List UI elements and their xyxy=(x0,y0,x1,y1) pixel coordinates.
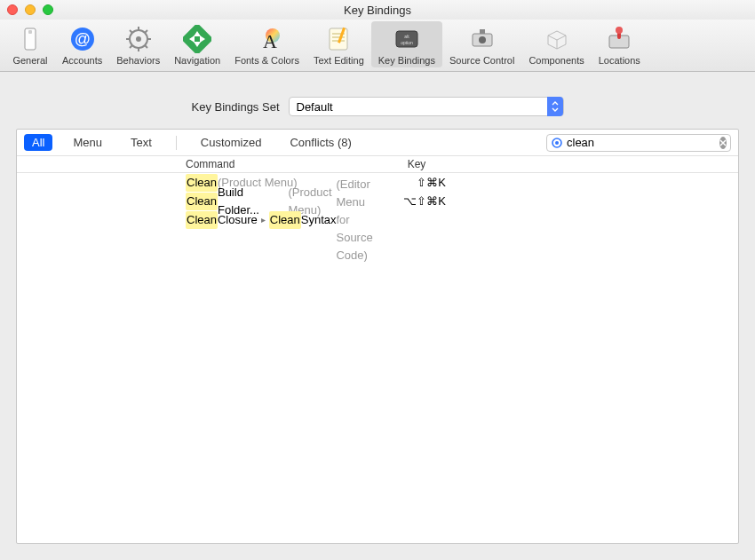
titlebar: Key Bindings xyxy=(0,0,755,20)
tab-label: Navigation xyxy=(174,55,220,66)
highlight-text: Clean xyxy=(186,211,218,229)
content-area: Key Bindings Set Default All Menu Text C… xyxy=(0,72,755,560)
table-row[interactable]: Clean Closure▸Clean Syntax (Editor Menu … xyxy=(17,210,738,229)
behaviors-icon xyxy=(124,25,153,53)
tab-key-bindings[interactable]: altoptionKey Bindings xyxy=(371,21,442,67)
general-icon xyxy=(16,25,44,53)
traffic-lights xyxy=(7,4,53,15)
svg-line-10 xyxy=(130,30,132,33)
svg-point-5 xyxy=(136,36,141,42)
tab-label: Text Editing xyxy=(314,55,364,66)
close-button[interactable] xyxy=(7,4,18,15)
minimize-button[interactable] xyxy=(25,4,36,15)
svg-text:alt: alt xyxy=(404,34,409,39)
svg-text:@: @ xyxy=(74,30,90,48)
preferences-toolbar: General@AccountsBehaviorsNavigationAFont… xyxy=(0,20,755,72)
tab-text-editing[interactable]: Text Editing xyxy=(306,21,371,67)
filter-bar: All Menu Text Customized Conflicts (8) xyxy=(17,130,738,156)
highlight-text: Clean xyxy=(269,211,301,229)
svg-line-13 xyxy=(145,30,147,33)
column-command[interactable]: Command xyxy=(17,158,368,170)
tab-behaviors[interactable]: Behaviors xyxy=(109,21,167,67)
svg-line-12 xyxy=(130,45,132,48)
components-icon xyxy=(543,25,571,53)
window-title: Key Bindings xyxy=(0,4,755,17)
tab-label: Source Control xyxy=(449,55,514,66)
key-bindings-set-select[interactable]: Default xyxy=(289,97,564,116)
filter-divider xyxy=(176,136,177,150)
command-text: Closure xyxy=(218,211,258,229)
svg-point-34 xyxy=(555,141,559,145)
breadcrumb-separator-icon: ▸ xyxy=(261,211,266,229)
svg-text:A: A xyxy=(263,30,277,52)
key-cell[interactable]: ⇧⌘K xyxy=(368,174,465,192)
tab-label: Key Bindings xyxy=(378,55,435,66)
fonts-colors-icon: A xyxy=(253,25,282,53)
search-clear-icon[interactable] xyxy=(719,137,727,149)
search-field[interactable] xyxy=(546,134,731,152)
tab-label: General xyxy=(12,55,47,66)
command-text: Syntax xyxy=(301,211,337,229)
svg-rect-1 xyxy=(28,30,32,34)
source-control-icon xyxy=(468,25,497,53)
search-input[interactable] xyxy=(567,136,716,149)
svg-point-27 xyxy=(479,36,486,43)
svg-rect-17 xyxy=(330,28,347,50)
column-key[interactable]: Key xyxy=(368,158,465,170)
svg-point-32 xyxy=(616,27,623,34)
svg-rect-14 xyxy=(183,25,211,53)
accounts-icon: @ xyxy=(68,25,97,53)
locations-icon xyxy=(605,25,633,53)
set-label: Key Bindings Set xyxy=(191,100,279,114)
tab-locations[interactable]: Locations xyxy=(592,21,648,67)
filter-text[interactable]: Text xyxy=(123,134,160,151)
tab-label: Accounts xyxy=(62,55,102,66)
tab-source-control[interactable]: Source Control xyxy=(442,21,521,67)
command-cell: Clean Closure▸Clean Syntax (Editor Menu … xyxy=(17,176,373,264)
tab-components[interactable]: Components xyxy=(521,21,591,67)
menu-hint: (Editor Menu for Source Code) xyxy=(336,176,372,264)
key-bindings-icon: altoption xyxy=(393,25,421,53)
zoom-button[interactable] xyxy=(43,4,53,15)
tab-navigation[interactable]: Navigation xyxy=(167,21,227,67)
tab-label: Fonts & Colors xyxy=(234,55,299,66)
navigation-icon xyxy=(183,25,211,53)
tab-accounts[interactable]: @Accounts xyxy=(55,21,109,67)
select-arrows-icon xyxy=(547,97,563,116)
svg-rect-28 xyxy=(480,29,485,34)
table-header: Command Key xyxy=(17,156,738,173)
filter-conflicts[interactable]: Conflicts (8) xyxy=(282,134,359,151)
tab-label: Behaviors xyxy=(116,55,160,66)
tab-label: Components xyxy=(528,55,584,66)
svg-line-11 xyxy=(145,45,147,48)
filter-menu[interactable]: Menu xyxy=(65,134,110,151)
search-mode-icon[interactable] xyxy=(551,137,563,149)
text-editing-icon xyxy=(324,25,353,53)
set-value: Default xyxy=(297,100,333,114)
preferences-window: Key Bindings General@AccountsBehaviorsNa… xyxy=(0,0,755,560)
filter-all[interactable]: All xyxy=(24,134,52,151)
table-body: Clean (Product Menu)⇧⌘KClean Build Folde… xyxy=(17,173,738,543)
key-cell[interactable]: ⌥⇧⌘K xyxy=(368,193,465,210)
tab-general[interactable]: General xyxy=(5,21,55,67)
bindings-panel: All Menu Text Customized Conflicts (8) xyxy=(16,129,739,544)
key-bindings-set-row: Key Bindings Set Default xyxy=(16,97,739,116)
svg-text:option: option xyxy=(401,40,413,45)
tab-label: Locations xyxy=(599,55,640,66)
tab-fonts-colors[interactable]: AFonts & Colors xyxy=(227,21,306,67)
filter-customized[interactable]: Customized xyxy=(193,134,270,151)
